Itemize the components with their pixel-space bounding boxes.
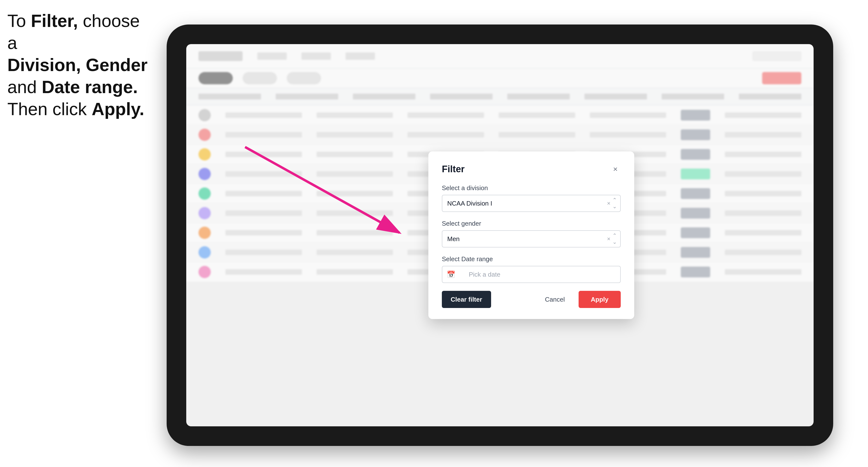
instruction-and: and <box>7 77 42 97</box>
instruction-daterange-bold: Date range. <box>42 77 138 97</box>
division-select-icons: × ⌃⌄ <box>607 197 617 210</box>
division-label: Select a division <box>442 184 621 192</box>
instruction-division-bold: Division, Gender <box>7 55 148 75</box>
modal-header: Filter × <box>442 164 621 175</box>
gender-select[interactable]: Men Women All <box>442 230 621 247</box>
date-range-form-group: Select Date range 📅 Pick a date <box>442 255 621 283</box>
modal-footer: Clear filter Cancel Apply <box>442 291 621 308</box>
clear-filter-button[interactable]: Clear filter <box>442 291 491 308</box>
gender-select-wrapper: Men Women All × ⌃⌄ <box>442 230 621 247</box>
modal-footer-right: Cancel Apply <box>536 291 621 308</box>
instruction-then: Then click <box>7 99 92 119</box>
division-form-group: Select a division NCAA Division I NCAA D… <box>442 184 621 212</box>
date-range-input[interactable]: 📅 Pick a date <box>442 266 621 283</box>
tablet-screen: Filter × Select a division NCAA Division… <box>186 44 814 426</box>
gender-label: Select gender <box>442 220 621 227</box>
gender-clear-icon[interactable]: × <box>607 236 611 242</box>
instruction-line1: To <box>7 11 31 31</box>
instruction-apply-bold: Apply. <box>92 99 144 119</box>
division-clear-icon[interactable]: × <box>607 200 611 207</box>
division-select-wrapper: NCAA Division I NCAA Division II NCAA Di… <box>442 195 621 212</box>
gender-chevron-icon: ⌃⌄ <box>612 232 617 245</box>
tablet-frame: Filter × Select a division NCAA Division… <box>167 25 833 446</box>
division-chevron-icon: ⌃⌄ <box>612 197 617 210</box>
apply-button[interactable]: Apply <box>579 291 621 308</box>
gender-select-icons: × ⌃⌄ <box>607 232 617 245</box>
close-icon: × <box>613 165 618 174</box>
filter-modal: Filter × Select a division NCAA Division… <box>428 151 634 319</box>
division-select[interactable]: NCAA Division I NCAA Division II NCAA Di… <box>442 195 621 212</box>
gender-form-group: Select gender Men Women All × ⌃⌄ <box>442 220 621 247</box>
modal-title: Filter <box>442 164 465 175</box>
instruction-filter-bold: Filter, <box>31 11 78 31</box>
instruction-block: To Filter, choose a Division, Gender and… <box>7 10 150 120</box>
calendar-icon: 📅 <box>447 271 455 279</box>
date-placeholder-text: Pick a date <box>469 271 500 278</box>
date-range-label: Select Date range <box>442 255 621 263</box>
modal-close-button[interactable]: × <box>610 164 621 175</box>
cancel-button[interactable]: Cancel <box>536 291 574 308</box>
